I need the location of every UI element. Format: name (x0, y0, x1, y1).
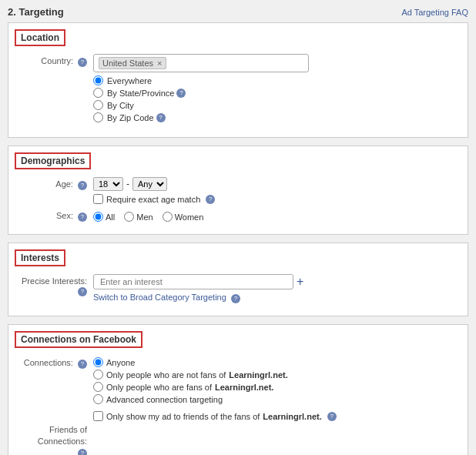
country-row: Country: ? United States × Everywhere (16, 54, 460, 125)
page-title: 2. Targeting (8, 6, 64, 18)
location-state-help[interactable]: ? (176, 89, 186, 98)
sex-row: Sex: ? All Men (16, 209, 460, 222)
location-zip: By Zip Code ? (93, 112, 460, 122)
connections-section: Connections on Facebook Connections: ? A… (8, 324, 468, 455)
connections-heading: Connections on Facebook (15, 331, 142, 348)
conn-fans: Only people who are fans of Learningrl.n… (93, 382, 460, 392)
age-row: Age: ? 18 - Any Requir (16, 177, 460, 204)
conn-anyone: Anyone (93, 357, 460, 367)
page-header: 2. Targeting Ad Targeting FAQ (8, 6, 468, 18)
add-interest-icon[interactable]: + (297, 276, 303, 288)
demographics-heading: Demographics (15, 152, 91, 169)
interests-heading: Interests (15, 249, 65, 266)
location-city-radio[interactable] (93, 100, 103, 110)
exact-age-checkbox[interactable] (93, 194, 103, 204)
precise-interests-controls: + Switch to Broad Category Targeting ? (93, 274, 460, 303)
age-label: Age: ? (16, 177, 93, 190)
precise-interests-help[interactable]: ? (78, 287, 87, 296)
sex-men-radio[interactable] (124, 212, 134, 222)
country-input-area: United States × Everywhere By State/Prov… (93, 54, 460, 125)
exact-age-row: Require exact age match ? (93, 194, 460, 204)
exact-age-help[interactable]: ? (206, 195, 215, 204)
conn-not-fans: Only people who are not fans of Learning… (93, 370, 460, 380)
country-tag-remove[interactable]: × (157, 59, 162, 68)
friends-controls: Only show my ad to friends of the fans o… (93, 411, 460, 421)
sex-all: All (93, 212, 115, 222)
country-label: Country: ? (16, 54, 93, 67)
connections-label: Connections: ? (16, 356, 93, 369)
precise-interests-input[interactable] (93, 274, 293, 289)
friends-label: Friends ofConnections: ? (16, 411, 93, 455)
sex-all-radio[interactable] (93, 212, 103, 222)
friends-checkbox[interactable] (93, 411, 103, 421)
location-section: Location Country: ? United States × (8, 22, 468, 138)
precise-interests-row: Precise Interests: ? + Switch to Broad C… (16, 274, 460, 303)
conn-anyone-radio[interactable] (93, 357, 103, 367)
location-zip-radio[interactable] (93, 112, 103, 122)
friends-checkbox-help[interactable]: ? (327, 412, 337, 421)
location-everywhere: Everywhere (93, 75, 460, 85)
country-tag: United States × (99, 57, 166, 69)
sex-help-icon[interactable]: ? (78, 212, 87, 222)
connections-controls: Anyone Only people who are not fans of L… (93, 356, 460, 406)
connections-help-icon[interactable]: ? (78, 360, 87, 369)
faq-link[interactable]: Ad Targeting FAQ (401, 8, 468, 17)
location-city: By City (93, 100, 460, 110)
location-zip-help[interactable]: ? (156, 113, 166, 122)
country-input[interactable]: United States × (93, 54, 309, 72)
location-state-radio[interactable] (93, 88, 103, 98)
broad-help-icon[interactable]: ? (231, 294, 240, 303)
friends-help-icon[interactable]: ? (78, 449, 87, 455)
sex-label: Sex: ? (16, 209, 93, 222)
connections-row: Connections: ? Anyone Only people who ar… (16, 356, 460, 406)
conn-not-fans-radio[interactable] (93, 370, 103, 380)
sex-women: Women (163, 212, 204, 222)
age-to-select[interactable]: Any (132, 177, 167, 191)
location-state: By State/Province ? (93, 88, 460, 98)
age-help-icon[interactable]: ? (78, 181, 87, 190)
location-everywhere-radio[interactable] (93, 75, 103, 85)
broad-link-row: Switch to Broad Category Targeting ? (93, 293, 460, 303)
location-heading: Location (15, 29, 65, 46)
friends-row: Friends ofConnections: ? Only show my ad… (16, 411, 460, 455)
conn-fans-radio[interactable] (93, 382, 103, 392)
sex-women-radio[interactable] (163, 212, 173, 222)
sex-controls: All Men Women (93, 209, 460, 222)
country-help-icon[interactable]: ? (78, 58, 87, 67)
conn-advanced-radio[interactable] (93, 394, 103, 404)
age-controls: 18 - Any Require exact age match ? (93, 177, 460, 204)
age-from-select[interactable]: 18 (93, 177, 123, 191)
location-options: Everywhere By State/Province ? By City (93, 75, 460, 122)
broad-category-link[interactable]: Switch to Broad Category Targeting ? (93, 293, 460, 303)
demographics-section: Demographics Age: ? 18 - Any (8, 146, 468, 235)
sex-men: Men (124, 212, 153, 222)
interests-section: Interests Precise Interests: ? + Switch … (8, 243, 468, 316)
precise-interests-label: Precise Interests: ? (16, 274, 93, 296)
conn-advanced: Advanced connection targeting (93, 394, 460, 404)
